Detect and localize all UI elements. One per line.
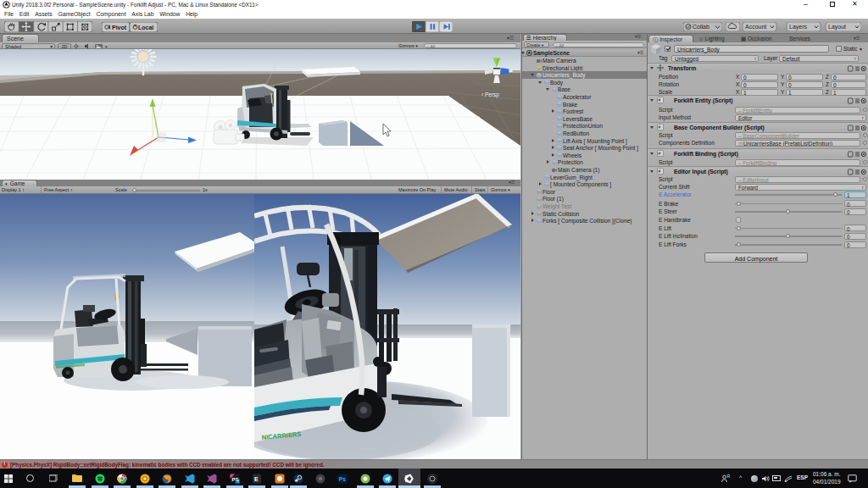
- svg-text:Ps: Ps: [339, 476, 346, 482]
- svg-text:R: R: [727, 474, 731, 479]
- svg-text:Collab: Collab: [693, 24, 709, 30]
- svg-text:Pivot: Pivot: [112, 25, 127, 30]
- svg-text:‹ Persp: ‹ Persp: [481, 92, 499, 98]
- svg-text:Account: Account: [745, 24, 766, 30]
- svg-text:E: E: [254, 476, 259, 482]
- svg-text:Layout: Layout: [828, 24, 846, 30]
- svg-text:PS: PS: [232, 477, 239, 482]
- svg-text:Local: Local: [138, 25, 153, 30]
- svg-text:Layers: Layers: [789, 24, 808, 30]
